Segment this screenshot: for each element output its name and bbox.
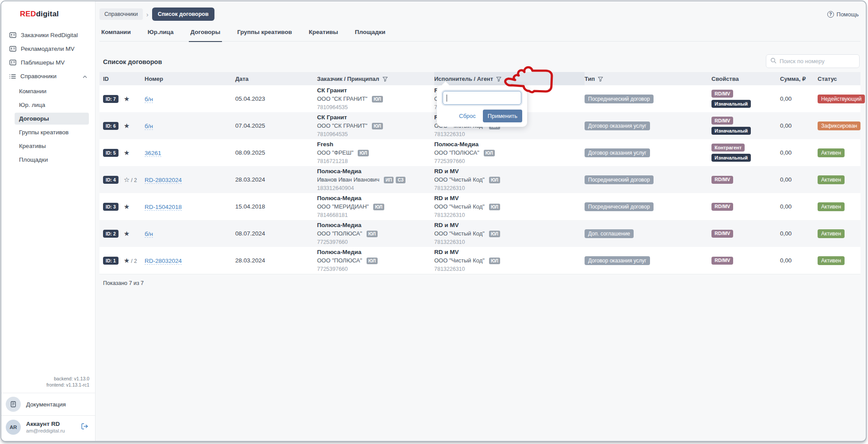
contract-number-link[interactable]: RD-28032024 — [145, 177, 182, 184]
id-cell: ID: 7 ★ — [99, 95, 145, 103]
sidebar-item-contracts[interactable]: Договоры — [1, 112, 95, 125]
row-id-badge: ID: 7 — [103, 95, 119, 103]
tab-creative-groups[interactable]: Группы креативов — [235, 28, 294, 42]
help-button[interactable]: ? Помощь — [827, 11, 859, 18]
property-badge: Изначальный — [711, 127, 751, 135]
id-cell: ID: 6 ★ — [99, 122, 145, 130]
apply-button[interactable]: Применить — [483, 110, 522, 122]
party-inn: 7810964535 — [317, 104, 434, 111]
contract-number-link[interactable]: б/н — [145, 96, 153, 103]
sidebar-item-platforms[interactable]: Площадки — [1, 153, 95, 167]
tab-platforms[interactable]: Площадки — [353, 28, 387, 42]
type-cell: Договор оказания услуг — [585, 121, 711, 130]
party-badges: ЮЛ — [482, 149, 495, 156]
contract-type-badge: Договор оказания услуг — [585, 121, 650, 130]
party-name: RD и MV — [434, 195, 585, 202]
sidebar-item-creative-groups[interactable]: Группы креативов — [1, 125, 95, 139]
row-id-badge: ID: 2 — [103, 230, 119, 238]
properties-cell: RD/MV — [711, 230, 780, 238]
party-name: Полюса-Медиа — [317, 168, 434, 175]
filter-icon[interactable] — [496, 76, 501, 82]
party-name: СК Гранит — [317, 87, 434, 94]
help-label: Помощь — [837, 11, 859, 18]
favorite-star-icon[interactable]: ★ — [124, 203, 130, 210]
favorite-count: / 2 — [131, 177, 137, 183]
sidebar-item-label: Рекламодатели MV — [21, 46, 74, 52]
favorite-star-icon[interactable]: ☆ — [124, 176, 130, 183]
status-badge: Активен — [818, 175, 845, 184]
party-entity: ООО "Чистый Код" — [434, 203, 485, 210]
party-inn: 7813226310 — [434, 239, 585, 246]
id-cell: ID: 4 ☆/ 2 — [99, 176, 145, 184]
properties-cell: RD/MV — [711, 203, 780, 211]
property-badge: RD/MV — [711, 203, 733, 211]
party-badges: ЮЛ — [370, 95, 383, 102]
filter-input[interactable] — [443, 91, 521, 104]
sidebar-item-legal-entities[interactable]: Юр. лица — [1, 98, 95, 112]
favorite-count: / 2 — [131, 258, 137, 264]
party-inn: 7813226310 — [434, 185, 585, 192]
sidebar-item-publishers-mv[interactable]: Паблишеры MV — [1, 56, 95, 69]
reset-button[interactable]: Сброс — [459, 113, 476, 119]
entity-type-badge: СЗ — [396, 177, 405, 183]
account-menu[interactable]: AR Аккаунт RD am@reddigital.ru — [1, 416, 95, 441]
text-caret — [447, 95, 447, 102]
contract-number-link[interactable]: б/н — [145, 231, 153, 238]
sum-cell: 0,00 — [780, 149, 818, 156]
sidebar-item-creatives[interactable]: Креативы — [1, 139, 95, 153]
contract-number-link[interactable]: RD-15042018 — [145, 204, 182, 211]
breadcrumb-directories[interactable]: Справочники — [99, 8, 143, 20]
status-badge: Зафиксирован — [818, 121, 860, 130]
favorite-star-icon[interactable]: ★ — [124, 95, 130, 102]
tab-creatives[interactable]: Креативы — [307, 28, 340, 42]
row-id-badge: ID: 1 — [103, 257, 119, 265]
tab-contracts[interactable]: Договоры — [189, 28, 222, 42]
sidebar-item-label: Заказчики RedDigital — [21, 32, 78, 38]
documentation-label: Документация — [26, 401, 66, 408]
favorite-star-icon[interactable]: ★ — [124, 257, 130, 264]
logo-red: RED — [20, 10, 36, 18]
executor-cell: RD и MV ООО "Чистый Код"ЮЛ 7813226310 — [434, 168, 585, 192]
account-email: am@reddigital.ru — [26, 428, 65, 434]
sidebar-item-directories[interactable]: Справочники — [1, 69, 95, 83]
contract-type-badge: Доп. соглашение — [585, 229, 634, 238]
property-badge: RD/MV — [711, 176, 733, 184]
contract-number-link[interactable]: б/н — [145, 123, 153, 130]
logout-icon[interactable] — [81, 423, 89, 432]
status-badge: Недействующий — [818, 95, 865, 103]
contract-number-link[interactable]: RD-28032024 — [145, 258, 182, 265]
entity-type-badge: ЮЛ — [358, 150, 369, 156]
sidebar-item-companies[interactable]: Компании — [1, 84, 95, 98]
status-badge: Активен — [818, 256, 845, 265]
contract-date: 15.04.2018 — [235, 203, 317, 210]
sidebar-footer: backend: v1.13.0 frontend: v1.13.1-rc1 Д… — [1, 376, 95, 441]
filter-icon[interactable] — [598, 76, 603, 82]
breadcrumb-separator-icon: › — [146, 11, 149, 18]
status-badge: Активен — [818, 229, 845, 238]
favorite-star-icon[interactable]: ★ — [124, 149, 130, 156]
row-id-badge: ID: 6 — [103, 122, 119, 130]
favorite-star-icon[interactable]: ★ — [124, 230, 130, 237]
party-inn: 7725397660 — [317, 266, 434, 273]
favorite-star-icon[interactable]: ★ — [124, 122, 130, 129]
entity-type-badge: ЮЛ — [373, 204, 384, 210]
tab-companies[interactable]: Компании — [99, 28, 133, 42]
search-icon — [770, 57, 776, 65]
filter-icon[interactable] — [382, 76, 388, 82]
frontend-version: frontend: v1.13.1-rc1 — [1, 382, 89, 388]
properties-cell: RD/MV — [711, 257, 780, 265]
sidebar-item-customers-reddigital[interactable]: Заказчики RedDigital — [1, 28, 95, 42]
documentation-link[interactable]: Документация — [1, 393, 95, 415]
sidebar-item-label: Площадки — [19, 156, 48, 163]
chevron-up-icon[interactable] — [83, 73, 87, 80]
contract-number-link[interactable]: 36261 — [145, 150, 161, 157]
id-card-icon — [9, 60, 16, 65]
party-inn: 7813226310 — [434, 212, 585, 219]
contract-date: 07.04.2025 — [235, 122, 317, 129]
sidebar-item-advertisers-mv[interactable]: Рекламодатели MV — [1, 42, 95, 56]
list-icon — [9, 74, 16, 79]
search-input[interactable] — [780, 58, 857, 65]
page-title: Список договоров — [103, 58, 162, 65]
breadcrumb-contract-list[interactable]: Список договоров — [152, 8, 214, 21]
tab-legal-entities[interactable]: Юр.лица — [146, 28, 176, 42]
